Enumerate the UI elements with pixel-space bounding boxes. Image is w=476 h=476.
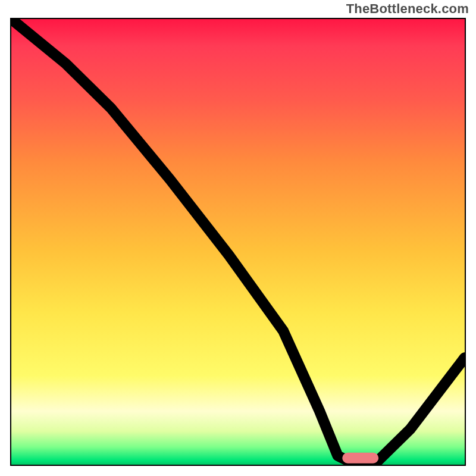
chart-container: TheBottleneck.com [0,0,476,476]
plot-area [10,18,466,466]
chart-svg [11,19,465,465]
optimal-range-marker [342,453,378,464]
watermark-text: TheBottleneck.com [346,1,469,17]
bottleneck-curve-path [11,19,465,465]
